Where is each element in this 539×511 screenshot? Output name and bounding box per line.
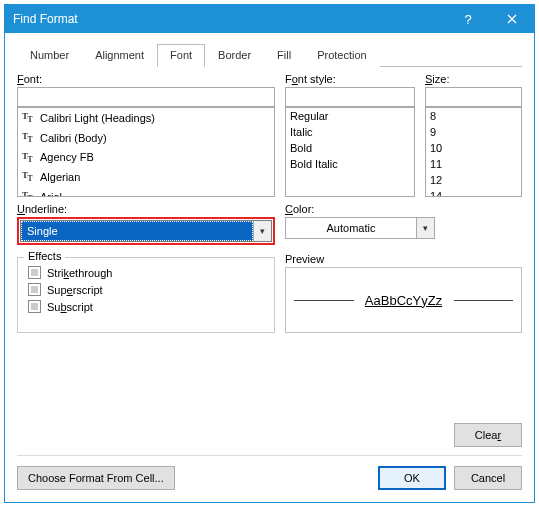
subscript-checkbox[interactable]: Subscript bbox=[28, 300, 264, 313]
effects-group: Effects Strikethrough Superscript Subscr… bbox=[17, 257, 275, 333]
cancel-button[interactable]: Cancel bbox=[454, 466, 522, 490]
underline-combo[interactable]: Single ▾ bbox=[20, 220, 272, 242]
window-title: Find Format bbox=[13, 12, 446, 26]
truetype-icon: TT bbox=[22, 168, 36, 186]
font-style-label: Font style: bbox=[285, 73, 415, 85]
underline-label: Underline: bbox=[17, 203, 275, 215]
preview-baseline bbox=[294, 300, 354, 301]
checkbox-icon bbox=[28, 283, 41, 296]
list-item[interactable]: 9 bbox=[426, 124, 521, 140]
preview-box: AaBbCcYyZz bbox=[285, 267, 522, 333]
ok-button[interactable]: OK bbox=[378, 466, 446, 490]
checkbox-icon bbox=[28, 300, 41, 313]
truetype-icon: TT bbox=[22, 149, 36, 167]
truetype-icon: TT bbox=[22, 109, 36, 127]
client-area: Number Alignment Font Border Fill Protec… bbox=[5, 33, 534, 502]
effects-group-title: Effects bbox=[24, 250, 65, 262]
strikethrough-checkbox[interactable]: Strikethrough bbox=[28, 266, 264, 279]
size-listbox[interactable]: 8 9 10 11 12 14 bbox=[425, 107, 522, 197]
underline-value: Single bbox=[21, 221, 253, 241]
size-input[interactable] bbox=[425, 87, 522, 107]
close-button[interactable] bbox=[490, 5, 534, 33]
color-combo[interactable]: Automatic ▾ bbox=[285, 217, 435, 239]
list-item[interactable]: 10 bbox=[426, 140, 521, 156]
tab-strip: Number Alignment Font Border Fill Protec… bbox=[17, 43, 522, 67]
clear-button[interactable]: Clear bbox=[454, 423, 522, 447]
titlebar: Find Format ? bbox=[5, 5, 534, 33]
help-button[interactable]: ? bbox=[446, 5, 490, 33]
tab-protection[interactable]: Protection bbox=[304, 44, 380, 67]
list-item[interactable]: 8 bbox=[426, 108, 521, 124]
color-value: Automatic bbox=[286, 222, 416, 234]
preview-label: Preview bbox=[285, 253, 522, 265]
preview-text: AaBbCcYyZz bbox=[357, 293, 450, 308]
list-item[interactable]: 12 bbox=[426, 172, 521, 188]
font-input[interactable] bbox=[17, 87, 275, 107]
superscript-checkbox[interactable]: Superscript bbox=[28, 283, 264, 296]
list-item[interactable]: TTArial bbox=[18, 187, 274, 197]
preview-baseline bbox=[454, 300, 514, 301]
list-item[interactable]: TTAgency FB bbox=[18, 148, 274, 168]
tab-fill[interactable]: Fill bbox=[264, 44, 304, 67]
size-label: Size: bbox=[425, 73, 522, 85]
tab-alignment[interactable]: Alignment bbox=[82, 44, 157, 67]
font-label: Font: bbox=[17, 73, 275, 85]
font-style-listbox[interactable]: Regular Italic Bold Bold Italic bbox=[285, 107, 415, 197]
truetype-icon: TT bbox=[22, 129, 36, 147]
find-format-dialog: Find Format ? Number Alignment Font Bord… bbox=[4, 4, 535, 503]
list-item[interactable]: 11 bbox=[426, 156, 521, 172]
list-item[interactable]: TTCalibri (Body) bbox=[18, 128, 274, 148]
list-item[interactable]: TTCalibri Light (Headings) bbox=[18, 108, 274, 128]
list-item[interactable]: 14 bbox=[426, 188, 521, 197]
list-item[interactable]: TTAlgerian bbox=[18, 167, 274, 187]
tab-border[interactable]: Border bbox=[205, 44, 264, 67]
truetype-icon: TT bbox=[22, 188, 36, 197]
chevron-down-icon[interactable]: ▾ bbox=[416, 218, 434, 238]
choose-format-from-cell-button[interactable]: Choose Format From Cell... bbox=[17, 466, 175, 490]
underline-highlight-annotation: Single ▾ bbox=[17, 217, 275, 245]
font-style-input[interactable] bbox=[285, 87, 415, 107]
list-item[interactable]: Italic bbox=[286, 124, 414, 140]
checkbox-icon bbox=[28, 266, 41, 279]
chevron-down-icon[interactable]: ▾ bbox=[253, 221, 271, 241]
tab-font[interactable]: Font bbox=[157, 44, 205, 67]
list-item[interactable]: Bold Italic bbox=[286, 156, 414, 172]
tab-number[interactable]: Number bbox=[17, 44, 82, 67]
list-item[interactable]: Regular bbox=[286, 108, 414, 124]
color-label: Color: bbox=[285, 203, 435, 215]
list-item[interactable]: Bold bbox=[286, 140, 414, 156]
font-listbox[interactable]: TTCalibri Light (Headings) TTCalibri (Bo… bbox=[17, 107, 275, 197]
